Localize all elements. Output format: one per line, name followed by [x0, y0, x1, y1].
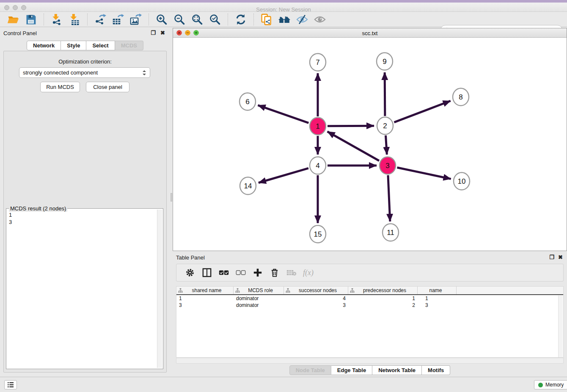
node-label: 11 [387, 229, 394, 237]
attribute-tree-icon [286, 288, 290, 293]
tab-network-table[interactable]: Network Table [372, 365, 422, 375]
node-label: 6 [245, 98, 249, 106]
float-panel-icon[interactable]: ❐ [151, 30, 156, 36]
cell-mcds-role[interactable]: dominator [234, 295, 284, 302]
column-header-shared-name[interactable]: shared name [176, 287, 234, 294]
function-builder-icon: f(x) [303, 267, 314, 278]
control-panel: Control Panel ❐ ✖ Network Style Select M… [0, 27, 170, 377]
tab-motifs[interactable]: Motifs [422, 365, 450, 375]
table-settings-gear-icon[interactable] [184, 267, 195, 278]
zoom-selected-icon[interactable] [209, 13, 221, 26]
select-all-columns-icon[interactable] [218, 267, 229, 278]
zoom-out-icon[interactable] [173, 13, 186, 26]
main-toolbar [0, 12, 567, 27]
open-session-icon[interactable] [7, 13, 19, 26]
import-table-icon[interactable] [68, 13, 81, 26]
duplicate-network-icon[interactable] [260, 13, 273, 26]
tab-node-table[interactable]: Node Table [289, 365, 331, 375]
cell-shared-name[interactable]: 3 [176, 302, 234, 309]
toolbar-separator [44, 14, 44, 25]
node-label: 1 [316, 122, 319, 130]
edge-1-6[interactable] [258, 105, 309, 123]
memory-label: Memory [545, 382, 564, 388]
graph-node-1[interactable]: 1 [310, 118, 326, 135]
network-view-window: scc.txt 7968124314101511 [173, 28, 567, 251]
edge-4-14[interactable] [259, 168, 308, 182]
cell-name[interactable]: 3 [418, 302, 457, 309]
edge-2-3[interactable] [385, 135, 387, 155]
edge-3-1[interactable] [328, 132, 379, 161]
cell-predecessor-nodes[interactable]: 2 [348, 302, 418, 309]
export-image-icon[interactable] [129, 13, 142, 26]
control-panel-title: Control Panel [3, 30, 37, 36]
export-table-icon[interactable] [112, 13, 124, 26]
task-history-button[interactable] [4, 380, 17, 389]
close-panel-button[interactable]: Close panel [86, 82, 129, 92]
network-canvas-svg[interactable]: 7968124314101511 [173, 38, 567, 251]
graph-node-15[interactable]: 15 [310, 226, 326, 243]
cell-successor-nodes[interactable]: 4 [284, 295, 348, 302]
tab-edge-table[interactable]: Edge Table [331, 365, 372, 375]
table-horizontal-scrollbar[interactable] [176, 358, 564, 364]
tab-mcds[interactable]: MCDS [115, 41, 143, 50]
column-header-predecessor-nodes[interactable]: predecessor nodes [348, 287, 418, 294]
toolbar-separator [228, 14, 228, 25]
close-panel-icon[interactable]: ✖ [160, 30, 165, 36]
tab-select[interactable]: Select [86, 41, 115, 50]
table-vertical-scrollbar[interactable] [558, 295, 563, 357]
graph-node-11[interactable]: 11 [383, 224, 399, 241]
houses-icon[interactable] [278, 13, 291, 26]
zoom-fit-icon[interactable] [191, 13, 204, 26]
graph-node-4[interactable]: 4 [310, 157, 326, 174]
table-row[interactable]: 3 dominator 3 2 3 [176, 302, 563, 309]
edge-2-8[interactable] [394, 101, 451, 122]
cell-shared-name[interactable]: 1 [176, 295, 234, 302]
edge-1-2[interactable] [328, 126, 374, 126]
tab-network[interactable]: Network [27, 41, 61, 50]
delete-column-trash-icon[interactable] [269, 267, 280, 278]
eye-icon[interactable] [314, 13, 326, 26]
cell-name[interactable]: 1 [418, 295, 457, 302]
graph-node-9[interactable]: 9 [377, 53, 393, 70]
node-label: 10 [458, 177, 466, 185]
table-row[interactable]: 1 dominator 4 1 1 [176, 295, 563, 302]
show-columns-icon[interactable] [201, 267, 212, 278]
optimization-criterion-select[interactable]: strongly connected component [19, 67, 150, 78]
zoom-in-icon[interactable] [155, 13, 168, 26]
tab-style[interactable]: Style [61, 41, 86, 50]
cell-mcds-role[interactable]: dominator [234, 302, 284, 309]
export-network-icon[interactable] [94, 13, 107, 26]
mcds-result-item[interactable]: 1 [9, 211, 154, 218]
result-scrollbar[interactable] [157, 210, 162, 368]
graph-node-14[interactable]: 14 [240, 177, 256, 195]
attribute-tree-icon [235, 288, 240, 293]
column-header-successor-nodes[interactable]: successor nodes [284, 287, 348, 294]
table-float-icon[interactable]: ❐ [549, 254, 554, 260]
deselect-all-columns-icon[interactable] [235, 267, 246, 278]
graph-node-8[interactable]: 8 [453, 88, 469, 106]
edge-3-10[interactable] [397, 168, 451, 179]
mcds-result-item[interactable]: 3 [9, 218, 154, 226]
refresh-icon[interactable] [234, 13, 247, 26]
create-column-icon[interactable] [252, 267, 263, 278]
table-close-icon[interactable]: ✖ [558, 254, 563, 260]
graph-node-3[interactable]: 3 [380, 157, 396, 174]
edge-3-11[interactable] [388, 175, 390, 221]
node-label: 15 [314, 230, 322, 238]
graph-node-7[interactable]: 7 [310, 54, 326, 71]
edge-2-9[interactable] [385, 72, 385, 116]
cell-predecessor-nodes[interactable]: 1 [348, 295, 418, 302]
memory-button[interactable]: Memory [534, 380, 567, 389]
splitter-grip[interactable] [171, 193, 172, 202]
graph-node-10[interactable]: 10 [454, 173, 470, 190]
eye-slash-icon[interactable] [296, 13, 308, 26]
cell-successor-nodes[interactable]: 3 [284, 302, 348, 309]
import-network-icon[interactable] [50, 13, 63, 26]
column-header-name[interactable]: name [418, 287, 457, 294]
graph-node-6[interactable]: 6 [239, 93, 256, 110]
run-mcds-button[interactable]: Run MCDS [40, 82, 80, 92]
graph-node-2[interactable]: 2 [377, 117, 393, 135]
column-header-mcds-role[interactable]: MCDS role [234, 287, 284, 294]
selected-criterion: strongly connected component [23, 69, 98, 76]
save-session-icon[interactable] [25, 13, 37, 26]
